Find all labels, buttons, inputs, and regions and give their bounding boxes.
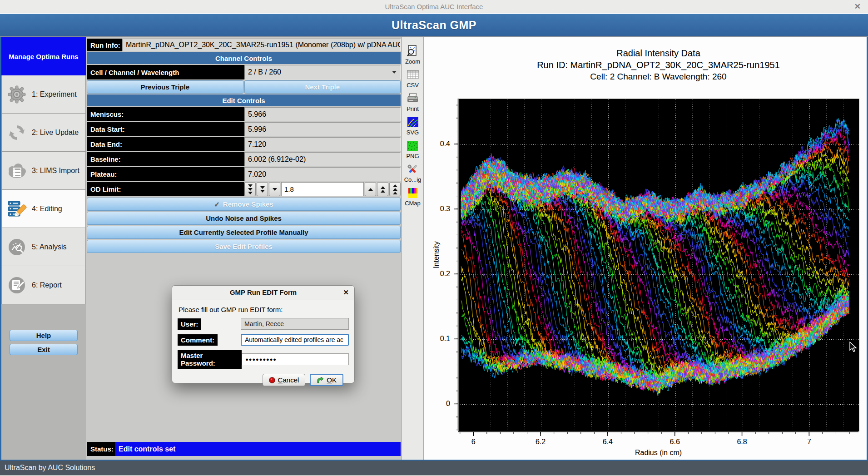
x-tick-label: 6.6	[670, 438, 680, 446]
save-edit-profiles-button[interactable]: Save Edit Profiles	[87, 240, 401, 253]
previous-triple-label: Previous Triple	[140, 83, 189, 91]
window-close-icon[interactable]: ✕	[854, 2, 861, 11]
app-header: UltraScan GMP	[0, 13, 868, 37]
sidebar-item-analysis[interactable]: 5: Analysis	[1, 228, 86, 266]
od-limit-down1-button[interactable]	[269, 182, 280, 196]
sidebar-item-label: 1: Experiment	[32, 90, 77, 99]
ok-button[interactable]: OK	[310, 374, 343, 386]
dialog-title: GMP Run EDIT Form	[230, 288, 297, 296]
sidebar-item-live-update[interactable]: 2: Live Update	[1, 114, 86, 152]
png-tool-button[interactable]: PNG	[406, 140, 419, 159]
next-triple-button[interactable]: Next Triple	[244, 80, 401, 94]
sidebar-item-label: 6: Report	[32, 281, 62, 289]
x-tick-label: 6.4	[603, 438, 613, 446]
y-axis-label: Intensity	[432, 237, 441, 273]
meniscus-label: Meniscus:	[87, 107, 244, 121]
sidebar-item-editing[interactable]: 4: Editing	[1, 190, 86, 228]
sidebar-item-label: 5: Analysis	[32, 243, 66, 251]
radial-intensity-plot[interactable]	[458, 99, 859, 431]
report-pencil-icon	[6, 275, 27, 296]
plateau-label: Plateau:	[87, 167, 244, 181]
plot-title: Radial Intensity Data	[458, 48, 858, 59]
data-end-label: Data End:	[87, 137, 244, 151]
config-tool-label: Co...ig	[404, 176, 422, 183]
svg-tool-button[interactable]: SVG	[407, 116, 419, 136]
sidebar-item-report[interactable]: 6: Report	[1, 266, 86, 304]
cmap-icon	[407, 187, 419, 199]
od-limit-label: OD Limit:	[87, 182, 244, 196]
edit-profile-manually-button[interactable]: Edit Currently Selected Profile Manually	[87, 226, 401, 239]
checkmark-icon: ✓	[214, 200, 220, 208]
y-tick-label: 0.3	[432, 205, 450, 213]
svg-tool-label: SVG	[407, 129, 419, 136]
edit-controls-banner: Edit Controls	[87, 94, 401, 106]
window-title: UltraScan Optima AUC Interface	[385, 3, 483, 10]
ok-icon	[317, 377, 324, 383]
run-info-value: MartinR_pDNA_OPT2_30K_20C_3MAR25-run1951…	[122, 39, 401, 51]
data-start-value: 5.996	[244, 122, 401, 136]
mouse-cursor	[849, 342, 858, 352]
dialog-close-icon[interactable]: ✕	[343, 288, 349, 297]
data-end-value: 7.120	[244, 137, 401, 151]
cancel-button[interactable]: Cancel	[263, 374, 306, 386]
cmap-tool-label: CMap	[405, 200, 421, 207]
comment-label: Comment:	[178, 334, 218, 346]
sidebar-header: Manage Optima Runs	[1, 37, 86, 75]
png-tool-label: PNG	[406, 153, 419, 159]
refresh-icon	[6, 122, 27, 143]
channel-controls-banner: Channel Controls	[87, 52, 401, 64]
sidebar-item-experiment[interactable]: 1: Experiment	[1, 75, 86, 114]
y-axis-ticks	[452, 99, 458, 431]
comment-input[interactable]: Automatically edited profiles are ac	[241, 334, 349, 346]
zoom-tool-button[interactable]: Zoom	[405, 45, 420, 65]
dialog-titlebar[interactable]: GMP Run EDIT Form ✕	[172, 286, 354, 299]
od-limit-up2-button[interactable]	[377, 182, 388, 196]
od-limit-input[interactable]: 1.8	[281, 182, 364, 196]
print-tool-button[interactable]: Print	[407, 93, 419, 112]
undo-noise-label: Undo Noise and Spikes	[206, 214, 282, 222]
undo-noise-spikes-button[interactable]: Undo Noise and Spikes	[87, 212, 401, 225]
chart-magnifier-icon	[6, 237, 27, 258]
previous-triple-button[interactable]: Previous Triple	[87, 80, 243, 94]
y-tick-label: 0.1	[432, 335, 450, 343]
window-titlebar: UltraScan Optima AUC Interface ✕	[0, 0, 868, 13]
user-field: Martin, Reece	[241, 318, 349, 330]
ccw-dropdown[interactable]: 2 / B / 260	[244, 65, 401, 79]
sidebar-item-label: 4: Editing	[32, 205, 62, 213]
csv-tool-button[interactable]: CSV	[407, 69, 419, 89]
x-axis-label: Radius (in cm)	[458, 449, 858, 457]
help-button-label: Help	[36, 332, 51, 339]
ccw-value: 2 / B / 260	[248, 68, 281, 76]
sidebar-item-lims-import[interactable]: 3: LIMS Import	[1, 152, 86, 190]
ok-button-label: OK	[327, 376, 337, 384]
app-title: UltraScan GMP	[392, 19, 476, 32]
master-password-input[interactable]: ●●●●●●●●●	[242, 353, 349, 365]
sidebar-item-label: 3: LIMS Import	[32, 167, 79, 175]
config-tool-button[interactable]: Co...ig	[404, 164, 422, 183]
print-tool-label: Print	[407, 105, 419, 112]
baseline-label: Baseline:	[87, 152, 244, 166]
plot-toolbar: Zoom CSV Print	[402, 37, 424, 460]
help-button[interactable]: Help	[10, 330, 78, 341]
status-label: Status:	[87, 442, 115, 456]
print-icon	[407, 93, 419, 104]
od-limit-up3-button[interactable]	[389, 182, 401, 196]
remove-spikes-button[interactable]: ✓ Remove Spikes	[87, 198, 401, 211]
od-limit-down2-button[interactable]	[257, 182, 268, 196]
status-value: Edit controls set	[115, 442, 401, 456]
cmap-tool-button[interactable]: CMap	[405, 187, 421, 207]
gear-icon	[6, 84, 27, 105]
x-tick-label: 7	[807, 438, 811, 446]
svg-icon	[407, 116, 419, 128]
od-limit-down3-button[interactable]	[244, 182, 256, 196]
run-info-label: Run Info:	[87, 39, 122, 51]
user-label: User:	[178, 318, 201, 330]
od-limit-up1-button[interactable]	[365, 182, 376, 196]
app-statusbar: UltraScan by AUC Solutions	[0, 460, 868, 475]
edit-server-icon	[6, 198, 27, 219]
remove-spikes-label: Remove Spikes	[223, 200, 273, 208]
cloud-server-icon	[6, 160, 27, 181]
csv-icon	[407, 69, 419, 81]
exit-button[interactable]: Exit	[10, 344, 78, 355]
x-tick-label: 6.8	[737, 438, 747, 446]
